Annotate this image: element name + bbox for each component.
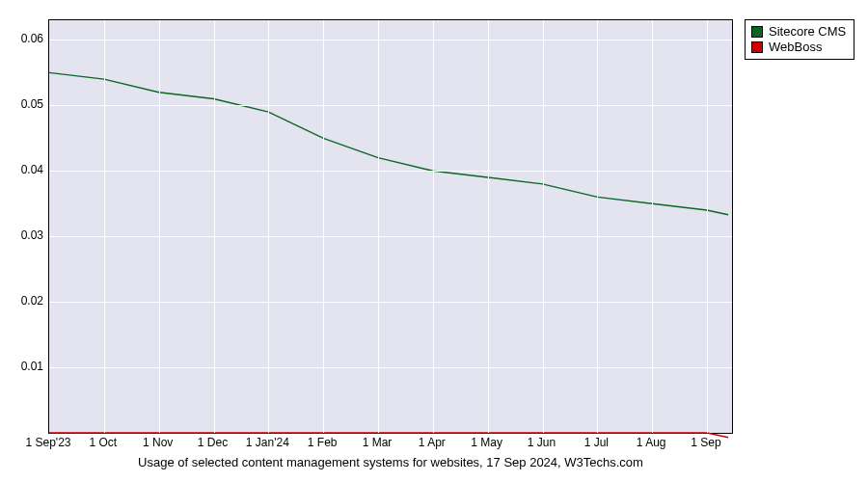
legend-item: WebBoss: [751, 40, 846, 55]
gridline-h: [49, 105, 732, 106]
gridline-v: [378, 20, 379, 433]
legend-item: Sitecore CMS: [751, 24, 846, 40]
gridline-v: [707, 20, 708, 433]
x-tick-label: 1 Sep'23: [26, 436, 71, 449]
legend-label: Sitecore CMS: [769, 24, 846, 40]
gridline-h: [49, 40, 732, 40]
gridline-v: [543, 20, 544, 433]
y-tick-label: 0.02: [5, 294, 43, 308]
plot-area: [48, 19, 733, 434]
gridline-v: [597, 20, 598, 433]
chart-caption: Usage of selected content management sys…: [0, 455, 781, 469]
x-tick-label: 1 Feb: [308, 436, 338, 449]
gridline-v: [268, 20, 269, 433]
gridline-v: [323, 20, 324, 433]
legend-swatch: [751, 26, 763, 38]
y-tick-label: 0.01: [5, 360, 43, 373]
y-tick-label: 0.04: [5, 163, 43, 176]
series-line: [49, 72, 728, 214]
gridline-v: [652, 20, 653, 433]
chart-container: Sitecore CMSWebBoss Usage of selected co…: [0, 0, 868, 482]
x-tick-label: 1 Jan'24: [246, 436, 289, 449]
x-tick-label: 1 Mar: [363, 436, 393, 449]
legend-swatch: [751, 41, 763, 53]
x-tick-label: 1 Dec: [198, 436, 228, 449]
y-tick-label: 0.03: [5, 228, 43, 242]
gridline-v: [433, 20, 434, 433]
legend: Sitecore CMSWebBoss: [745, 19, 854, 60]
y-tick-label: 0.06: [5, 32, 43, 45]
x-tick-label: 1 Apr: [419, 436, 446, 449]
x-tick-label: 1 Aug: [637, 436, 666, 449]
gridline-v: [214, 20, 215, 433]
gridline-h: [49, 236, 732, 237]
x-tick-label: 1 May: [471, 436, 502, 449]
x-tick-label: 1 Oct: [89, 436, 117, 449]
gridline-h: [49, 171, 732, 172]
gridline-h: [49, 367, 732, 368]
x-tick-label: 1 Nov: [143, 436, 173, 449]
gridline-v: [488, 20, 489, 433]
gridline-v: [104, 20, 105, 433]
legend-label: WebBoss: [769, 40, 822, 55]
x-tick-label: 1 Jun: [528, 436, 556, 449]
x-tick-label: 1 Jul: [584, 436, 609, 449]
gridline-v: [159, 20, 160, 433]
x-tick-label: 1 Sep: [691, 436, 720, 449]
y-tick-label: 0.05: [5, 97, 43, 111]
gridline-h: [49, 302, 732, 303]
chart-series-layer: [49, 20, 732, 433]
